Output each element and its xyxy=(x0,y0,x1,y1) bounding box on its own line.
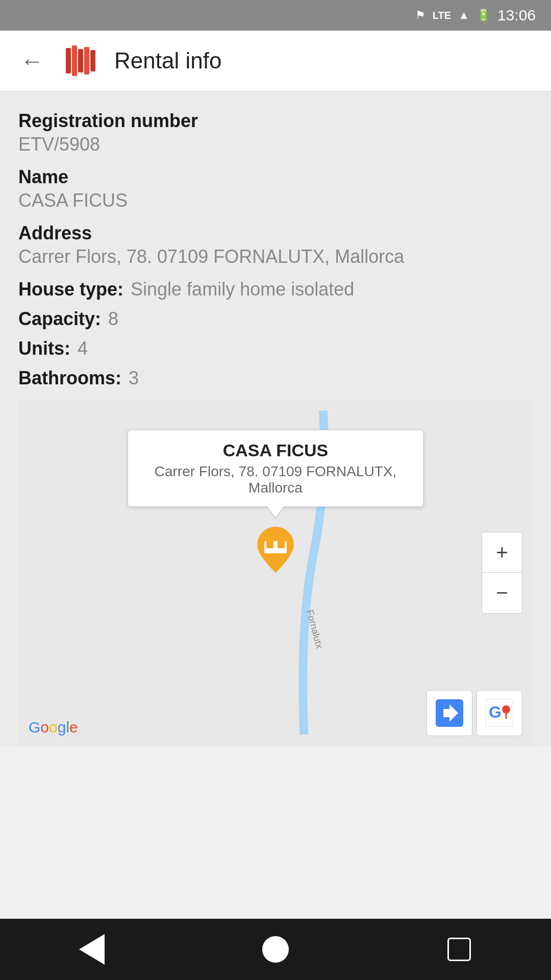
directions-button[interactable] xyxy=(427,690,472,736)
map-pin xyxy=(257,527,294,575)
system-home-button[interactable] xyxy=(258,932,293,967)
zoom-out-button[interactable]: − xyxy=(482,573,522,614)
registration-number-label: Registration number xyxy=(18,110,533,132)
bottom-navigation-bar xyxy=(0,919,551,980)
google-maps-button[interactable]: G xyxy=(477,690,522,736)
svg-rect-9 xyxy=(266,541,273,548)
logo-svg xyxy=(64,43,99,79)
map-nav-buttons: G xyxy=(427,690,522,736)
units-row: Units: 4 xyxy=(18,338,533,359)
bathrooms-value: 3 xyxy=(129,368,139,389)
map-tooltip: CASA FICUS Carrer Flors, 78. 07109 FORNA… xyxy=(128,430,423,507)
bathrooms-row: Bathrooms: 3 xyxy=(18,368,533,389)
svg-rect-3 xyxy=(84,47,89,75)
google-logo-g2: g xyxy=(58,719,66,736)
name-label: Name xyxy=(18,166,533,188)
signal-icon: ▲ xyxy=(458,9,469,22)
svg-rect-2 xyxy=(78,49,83,72)
svg-text:G: G xyxy=(489,703,502,721)
system-recents-button[interactable] xyxy=(441,932,477,967)
svg-rect-4 xyxy=(90,50,95,71)
name-value: CASA FICUS xyxy=(18,190,533,211)
address-label: Address xyxy=(18,223,533,244)
app-title: Rental info xyxy=(114,48,221,74)
map-container[interactable]: Fornalutx CASA FICUS Carrer Flors, 78. 0… xyxy=(18,399,533,746)
capacity-value: 8 xyxy=(108,308,118,330)
house-type-value: Single family home isolated xyxy=(131,279,354,300)
main-content: Registration number ETV/5908 Name CASA F… xyxy=(0,92,551,746)
zoom-in-button[interactable]: + xyxy=(482,532,522,573)
recents-square-icon xyxy=(447,938,471,961)
home-circle-icon xyxy=(262,936,289,963)
google-logo-e: e xyxy=(69,719,78,736)
location-icon: ⚑ xyxy=(415,9,425,22)
house-type-row: House type: Single family home isolated xyxy=(18,279,533,300)
units-label: Units: xyxy=(18,338,70,359)
status-bar: ⚑ LTE ▲ 🔋 13:06 xyxy=(0,0,551,31)
tooltip-title: CASA FICUS xyxy=(143,440,408,460)
status-time: 13:06 xyxy=(497,7,536,24)
svg-rect-1 xyxy=(72,45,77,76)
status-icons: ⚑ LTE ▲ 🔋 13:06 xyxy=(415,7,536,24)
google-logo-g: G xyxy=(29,719,40,736)
google-maps-icon: G xyxy=(486,699,513,727)
capacity-label: Capacity: xyxy=(18,308,101,330)
registration-number-value: ETV/5908 xyxy=(18,134,533,155)
svg-rect-0 xyxy=(66,48,71,74)
google-logo-o2: o xyxy=(49,719,58,736)
address-value: Carrer Flors, 78. 07109 FORNALUTX, Mallo… xyxy=(18,246,533,267)
system-back-button[interactable] xyxy=(74,932,110,967)
bathrooms-label: Bathrooms: xyxy=(18,368,121,389)
app-bar: ← Rental info xyxy=(0,31,551,92)
google-logo-o1: o xyxy=(40,719,49,736)
map-zoom-controls: + − xyxy=(482,532,522,614)
zoom-in-icon: + xyxy=(496,541,508,564)
directions-icon xyxy=(436,699,463,727)
app-logo xyxy=(61,40,102,81)
google-logo: Google xyxy=(29,719,78,736)
svg-rect-10 xyxy=(278,541,285,548)
location-pin-icon xyxy=(257,527,294,573)
lte-icon: LTE xyxy=(433,10,451,21)
capacity-row: Capacity: 8 xyxy=(18,308,533,330)
back-triangle-icon xyxy=(79,934,105,965)
units-value: 4 xyxy=(78,338,88,359)
tooltip-address: Carrer Flors, 78. 07109 FORNALUTX, Mallo… xyxy=(143,463,408,496)
back-arrow-icon: ← xyxy=(20,47,44,74)
svg-point-14 xyxy=(502,705,510,714)
back-button[interactable]: ← xyxy=(15,44,49,78)
zoom-out-icon: − xyxy=(496,581,508,604)
house-type-label: House type: xyxy=(18,279,123,300)
battery-icon: 🔋 xyxy=(477,9,490,22)
